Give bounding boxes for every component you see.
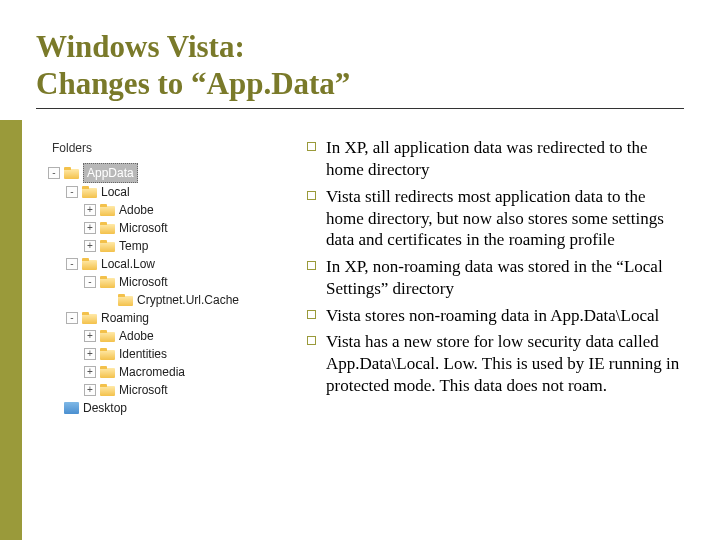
tree-node-label: Adobe [119, 327, 154, 345]
tree-node-label: Desktop [83, 399, 127, 417]
tree-node-label: Adobe [119, 201, 154, 219]
bullet-item: Vista still redirects most application d… [307, 186, 684, 251]
bullet-text: Vista still redirects most application d… [326, 186, 684, 251]
expand-icon[interactable]: + [84, 240, 96, 252]
title-line2: Changes to “App.Data” [36, 66, 350, 101]
bullet-icon [307, 261, 316, 270]
collapse-icon[interactable]: - [66, 258, 78, 270]
tree-node-label: Microsoft [119, 219, 168, 237]
bullet-text: Vista stores non-roaming data in App.Dat… [326, 305, 659, 327]
tree-node-label: Roaming [101, 309, 149, 327]
tree-node[interactable]: +Adobe [48, 327, 283, 345]
collapse-icon[interactable]: - [66, 186, 78, 198]
folder-icon [82, 312, 97, 324]
expand-icon[interactable]: + [84, 330, 96, 342]
expand-icon[interactable]: + [84, 366, 96, 378]
collapse-icon[interactable]: - [84, 276, 96, 288]
accent-bar [0, 120, 22, 540]
tree-node[interactable]: +Temp [48, 237, 283, 255]
slide: Windows Vista: Changes to “App.Data” Fol… [0, 0, 720, 417]
bullet-icon [307, 191, 316, 200]
folder-icon [100, 240, 115, 252]
collapse-icon[interactable]: - [66, 312, 78, 324]
bullet-icon [307, 336, 316, 345]
folder-icon [118, 294, 133, 306]
tree-node[interactable]: -Microsoft [48, 273, 283, 291]
tree-node[interactable]: -Roaming [48, 309, 283, 327]
tree-node[interactable]: -Local [48, 183, 283, 201]
bullet-icon [307, 310, 316, 319]
tree-node-label: Cryptnet.Url.Cache [137, 291, 239, 309]
expand-icon[interactable]: + [84, 348, 96, 360]
folder-icon [100, 222, 115, 234]
bullet-item: Vista has a new store for low security d… [307, 331, 684, 396]
folder-icon [100, 384, 115, 396]
tree-node[interactable]: +Identities [48, 345, 283, 363]
bullet-item: In XP, all application data was redirect… [307, 137, 684, 181]
expand-icon[interactable]: + [84, 222, 96, 234]
page-title: Windows Vista: Changes to “App.Data” [36, 28, 684, 109]
tree-node[interactable]: +Adobe [48, 201, 283, 219]
folder-icon [64, 167, 79, 179]
tree-node-label: Temp [119, 237, 148, 255]
bullet-item: Vista stores non-roaming data in App.Dat… [307, 305, 684, 327]
bullet-item: In XP, non-roaming data was stored in th… [307, 256, 684, 300]
expand-icon[interactable]: + [84, 384, 96, 396]
bullet-text: In XP, all application data was redirect… [326, 137, 684, 181]
folder-icon [82, 258, 97, 270]
tree-header: Folders [48, 137, 283, 159]
toggle-spacer [48, 402, 60, 414]
tree-node-label: Microsoft [119, 273, 168, 291]
folder-icon [100, 366, 115, 378]
tree-node-label: Identities [119, 345, 167, 363]
desktop-icon [64, 402, 79, 414]
tree-node-label: Local.Low [101, 255, 155, 273]
tree-node[interactable]: -Local.Low [48, 255, 283, 273]
folder-icon [100, 276, 115, 288]
tree-node-label: Microsoft [119, 381, 168, 399]
bullet-icon [307, 142, 316, 151]
bullet-text: Vista has a new store for low security d… [326, 331, 684, 396]
content-row: Folders -AppData-Local+Adobe+Microsoft+T… [36, 137, 684, 417]
tree-node[interactable]: Desktop [48, 399, 283, 417]
collapse-icon[interactable]: - [48, 167, 60, 179]
tree-body: -AppData-Local+Adobe+Microsoft+Temp-Loca… [48, 163, 283, 417]
tree-node[interactable]: Cryptnet.Url.Cache [48, 291, 283, 309]
tree-node-label: Macromedia [119, 363, 185, 381]
folder-icon [100, 348, 115, 360]
bullet-list: In XP, all application data was redirect… [307, 137, 684, 401]
tree-node[interactable]: +Microsoft [48, 381, 283, 399]
tree-node-label: AppData [83, 163, 138, 183]
folder-tree: Folders -AppData-Local+Adobe+Microsoft+T… [48, 137, 283, 417]
toggle-spacer [102, 294, 114, 306]
folder-icon [100, 204, 115, 216]
tree-node[interactable]: +Macromedia [48, 363, 283, 381]
title-line1: Windows Vista: [36, 29, 245, 64]
tree-node[interactable]: +Microsoft [48, 219, 283, 237]
expand-icon[interactable]: + [84, 204, 96, 216]
folder-icon [82, 186, 97, 198]
folder-icon [100, 330, 115, 342]
tree-node-label: Local [101, 183, 130, 201]
bullet-text: In XP, non-roaming data was stored in th… [326, 256, 684, 300]
tree-node[interactable]: -AppData [48, 163, 283, 183]
